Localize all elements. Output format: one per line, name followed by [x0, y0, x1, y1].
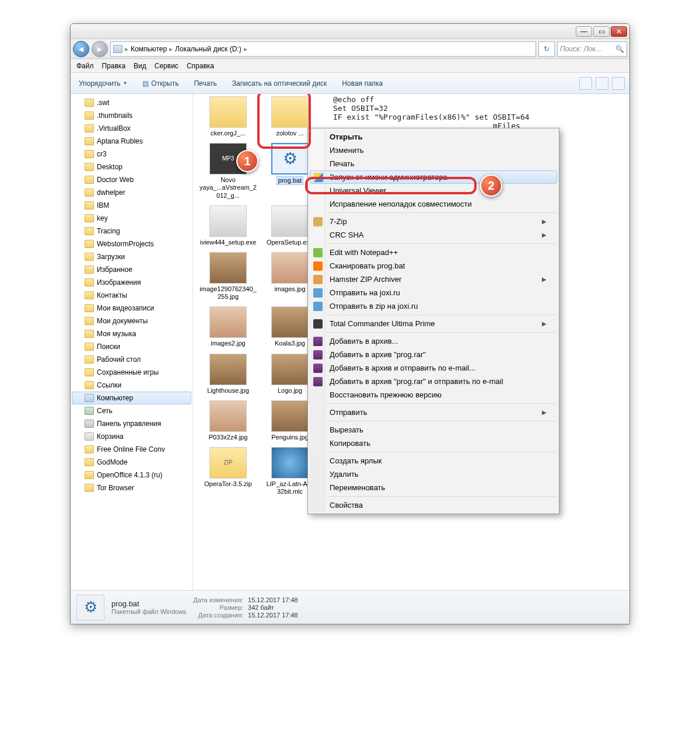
context-item[interactable]: Исправление неполадок совместимости: [310, 197, 557, 211]
burn-button[interactable]: Записать на оптический диск: [229, 77, 331, 90]
menu-Сервис[interactable]: Сервис: [155, 62, 178, 70]
tree-item[interactable]: Компьютер: [72, 392, 191, 404]
breadcrumb-path[interactable]: Локальный диск (D:): [175, 45, 242, 53]
tree-item[interactable]: Сеть: [72, 404, 191, 417]
tree-item[interactable]: Tor Browser: [72, 481, 191, 494]
new-folder-button[interactable]: Новая папка: [338, 77, 386, 90]
context-item[interactable]: CRC SHA▶: [310, 228, 557, 242]
context-item[interactable]: Добавить в архив "prog.rar": [310, 348, 557, 361]
tree-item[interactable]: Aptana Rubles: [72, 135, 191, 148]
forward-button[interactable]: ►: [92, 41, 108, 57]
context-item[interactable]: Печать: [310, 157, 557, 170]
refresh-button[interactable]: ↻: [538, 41, 555, 57]
context-item[interactable]: Копировать: [310, 437, 557, 450]
hamster-icon: [313, 275, 323, 284]
tree-item[interactable]: Мои документы: [72, 315, 191, 327]
context-item[interactable]: Свойства: [310, 498, 557, 512]
callout-number-2: 2: [480, 174, 502, 197]
tree-item[interactable]: Free Online File Conv: [72, 443, 191, 456]
context-item[interactable]: Отправить▶: [310, 406, 557, 419]
menu-Файл[interactable]: Файл: [76, 62, 94, 70]
context-item[interactable]: Вырезать: [310, 423, 557, 437]
status-filetype: Пакетный файл Windows: [111, 608, 186, 615]
menu-Правка[interactable]: Правка: [102, 62, 126, 70]
context-item[interactable]: Hamster ZIP Archiver▶: [310, 273, 557, 286]
context-item[interactable]: Отправить в zip на joxi.ru: [310, 299, 557, 313]
tree-item[interactable]: Корзина: [72, 430, 191, 443]
tree-item[interactable]: Поиски: [72, 340, 191, 353]
rar-icon: [313, 364, 323, 373]
tree-item[interactable]: Ссылки: [72, 379, 191, 392]
menu-Вид[interactable]: Вид: [134, 62, 146, 70]
rar-icon: [313, 377, 323, 386]
folder-tree[interactable]: .swt.thumbnails.VirtualBoxAptana Rublesc…: [71, 94, 193, 590]
tree-item[interactable]: dwhelper: [72, 186, 191, 199]
tree-item[interactable]: Панель управления: [72, 417, 191, 430]
tree-item[interactable]: .thumbnails: [72, 109, 191, 122]
tree-item[interactable]: OpenOffice 4.1.3 (ru): [72, 469, 191, 481]
back-button[interactable]: ◄: [73, 41, 89, 57]
file-item[interactable]: iview444_setup.exe: [199, 205, 257, 246]
view-options-button[interactable]: [579, 77, 592, 90]
print-button[interactable]: Печать: [190, 77, 220, 90]
context-item[interactable]: Запуск от имени администратора: [310, 170, 557, 184]
tree-item[interactable]: WebstormProjects: [72, 238, 191, 250]
open-button[interactable]: ▤Открыть: [139, 77, 182, 90]
context-item[interactable]: Восстановить прежнюю версию: [310, 388, 557, 402]
menu-Справка[interactable]: Справка: [187, 62, 214, 70]
tree-item[interactable]: Tracing: [72, 225, 191, 238]
tree-item[interactable]: GodMode: [72, 456, 191, 469]
context-item[interactable]: 7-Zip▶: [310, 215, 557, 228]
tree-item[interactable]: Мои видеозаписи: [72, 302, 191, 315]
submenu-arrow-icon: ▶: [542, 276, 547, 282]
tree-item[interactable]: Doctor Web: [72, 173, 191, 186]
help-button[interactable]: [612, 77, 625, 90]
file-item[interactable]: image1290762340_255.jpg: [199, 252, 257, 301]
tree-item[interactable]: IBM: [72, 199, 191, 212]
context-item[interactable]: Добавить в архив "prog.rar" и отправить …: [310, 375, 557, 388]
tree-item[interactable]: Контакты: [72, 289, 191, 302]
context-item[interactable]: Total Commander Ultima Prime▶: [310, 317, 557, 330]
context-item[interactable]: Удалить: [310, 467, 557, 481]
preview-pane-button[interactable]: [596, 77, 608, 90]
context-item[interactable]: Переименовать: [310, 481, 557, 494]
context-item[interactable]: Создать ярлык: [310, 454, 557, 467]
tree-item[interactable]: Desktop: [72, 160, 191, 173]
tree-item[interactable]: Изображения: [72, 276, 191, 289]
joxi-icon: [313, 302, 323, 311]
tree-item[interactable]: Сохраненные игры: [72, 366, 191, 379]
file-item[interactable]: cker.orgJ_...: [199, 96, 257, 137]
file-item[interactable]: P033x2z4.jpg: [199, 400, 257, 441]
context-item[interactable]: Universal Viewer: [310, 184, 557, 197]
tree-item[interactable]: Рабочий стол: [72, 353, 191, 366]
context-item[interactable]: Добавить в архив...: [310, 334, 557, 348]
maximize-button[interactable]: ▭: [593, 26, 610, 37]
tree-item[interactable]: key: [72, 212, 191, 225]
file-item[interactable]: Lighthouse.jpg: [199, 354, 257, 395]
file-item[interactable]: ZIPOperaTor-3.5.zip: [199, 447, 257, 495]
computer-icon: [113, 45, 123, 53]
file-item[interactable]: images2.jpg: [199, 306, 257, 347]
search-input[interactable]: Поиск: Лок... 🔍: [557, 41, 627, 57]
address-bar[interactable]: ▸ Компьютер ▸ Локальный диск (D:) ▸: [110, 41, 536, 57]
minimize-button[interactable]: —: [576, 26, 592, 37]
context-item[interactable]: Добавить в архив и отправить по e-mail..…: [310, 361, 557, 375]
npp-icon: [313, 248, 323, 257]
tree-item[interactable]: .VirtualBox: [72, 122, 191, 135]
tree-item[interactable]: .swt: [72, 96, 191, 109]
context-item[interactable]: Изменить: [310, 144, 557, 157]
context-item[interactable]: Сканировать prog.bat: [310, 259, 557, 273]
organize-button[interactable]: Упорядочить▼: [75, 77, 131, 90]
preview-pane: @echo off Set OSBIT=32 IF exist "%Progra…: [333, 95, 627, 130]
context-item[interactable]: Отправить на joxi.ru: [310, 286, 557, 299]
close-button[interactable]: ✕: [611, 26, 627, 37]
tree-item[interactable]: Моя музыка: [72, 327, 191, 340]
context-item[interactable]: Edit with Notepad++: [310, 246, 557, 259]
tree-item[interactable]: Загрузки: [72, 250, 191, 263]
context-item[interactable]: Открыть: [310, 130, 557, 144]
rar-icon: [313, 337, 323, 346]
tree-item[interactable]: Избранное: [72, 263, 191, 276]
breadcrumb-root[interactable]: Компьютер: [131, 45, 167, 53]
tree-item[interactable]: cr3: [72, 148, 191, 160]
status-filename: prog.bat: [111, 599, 186, 608]
